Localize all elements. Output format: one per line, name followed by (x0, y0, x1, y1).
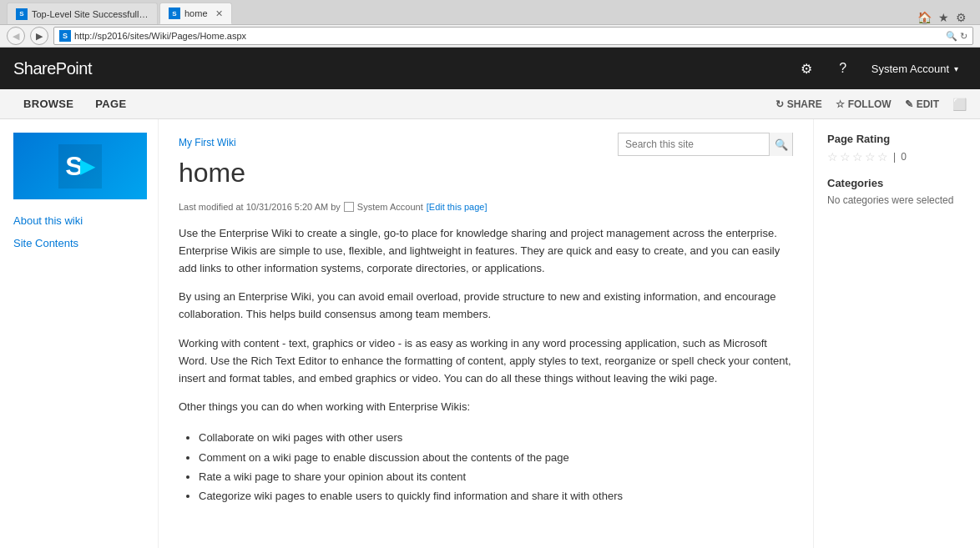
settings-icon[interactable]: ⚙ (956, 11, 967, 24)
paragraph-4: Other things you can do when working wit… (179, 399, 793, 416)
ribbon: BROWSE PAGE ↻ SHARE ☆ FOLLOW ✎ EDIT ⬜ (0, 89, 980, 119)
rating-title: Page Rating (827, 133, 967, 145)
categories-section: Categories No categories were selected (827, 177, 967, 206)
author-icon (344, 202, 354, 212)
modified-info: Last modified at 10/31/2016 5:20 AM by S… (179, 202, 793, 212)
close-icon[interactable]: ✕ (215, 8, 223, 19)
forward-button[interactable]: ▶ (30, 27, 48, 45)
tab-label-1: Top-Level Site Successfully Cre... (32, 9, 149, 19)
paragraph-2: By using an Enterprise Wiki, you can avo… (179, 289, 793, 324)
breadcrumb[interactable]: My First Wiki (179, 137, 236, 148)
list-item-1: Collaborate on wiki pages with other use… (199, 428, 793, 447)
tab-favicon-2: S (169, 8, 180, 19)
list-item-4: Categorize wiki pages to enable users to… (199, 486, 793, 505)
search-icon[interactable]: 🔍 (946, 31, 957, 42)
sharepoint-header: SharePoint ⚙ ? System Account ▾ (0, 48, 980, 89)
rating-section: Page Rating ☆ ☆ ☆ ☆ ☆ | 0 (827, 133, 967, 163)
ribbon-actions: ↻ SHARE ☆ FOLLOW ✎ EDIT ⬜ (775, 98, 967, 111)
edit-action[interactable]: ✎ EDIT (905, 98, 939, 110)
refresh-icon[interactable]: ↻ (960, 31, 967, 42)
search-box: 🔍 (618, 133, 793, 156)
main-content: S ▶ About this wiki Site Contents My Fir… (0, 119, 980, 548)
back-button[interactable]: ◀ (7, 27, 25, 45)
feature-list: Collaborate on wiki pages with other use… (199, 428, 793, 506)
home-icon[interactable]: 🏠 (917, 11, 932, 24)
share-label: SHARE (787, 98, 822, 110)
page-content: My First Wiki 🔍 home Last modified at 10… (159, 119, 813, 548)
settings-button[interactable]: ⚙ (790, 52, 823, 85)
help-button[interactable]: ? (826, 52, 860, 85)
paragraph-3: Working with content - text, graphics or… (179, 335, 793, 387)
search-input[interactable] (619, 133, 769, 155)
favorites-icon[interactable]: ★ (938, 11, 949, 24)
search-container: 🔍 (618, 133, 793, 156)
star-3[interactable]: ☆ (852, 150, 863, 163)
sidebar-item-about[interactable]: About this wiki (0, 209, 158, 232)
rating-number: 0 (901, 151, 907, 163)
edit-icon: ✎ (905, 98, 913, 110)
sharepoint-logo[interactable]: SharePoint (13, 59, 92, 78)
tab-favicon-1: S (16, 8, 28, 20)
star-2[interactable]: ☆ (840, 150, 851, 163)
user-name: System Account (871, 63, 949, 75)
chevron-down-icon: ▾ (954, 64, 958, 73)
right-panel: Page Rating ☆ ☆ ☆ ☆ ☆ | 0 Categories No … (813, 119, 980, 548)
tab-page[interactable]: PAGE (85, 91, 136, 117)
author-name: System Account (357, 202, 423, 212)
browser-chrome: S Top-Level Site Successfully Cre... S h… (0, 0, 980, 48)
address-icons: 🔍 ↻ (946, 31, 967, 42)
edit-label: EDIT (917, 98, 939, 110)
share-action[interactable]: ↻ SHARE (775, 98, 822, 110)
star-4[interactable]: ☆ (865, 150, 876, 163)
list-item-3: Rate a wiki page to share your opinion a… (199, 467, 793, 486)
categories-text: No categories were selected (827, 194, 967, 206)
modified-text: Last modified at 10/31/2016 5:20 AM by (179, 202, 341, 212)
tab-label-2: home (184, 8, 208, 18)
rating-count: | (893, 151, 896, 163)
categories-title: Categories (827, 177, 967, 189)
browser-tab-2[interactable]: S home ✕ (159, 3, 232, 24)
follow-icon: ☆ (836, 98, 845, 110)
logo-arrow-icon: ▶ (80, 154, 95, 178)
star-1[interactable]: ☆ (827, 150, 838, 163)
paragraph-1: Use the Enterprise Wiki to create a sing… (179, 225, 793, 277)
user-menu[interactable]: System Account ▾ (863, 52, 967, 85)
star-rating[interactable]: ☆ ☆ ☆ ☆ ☆ | 0 (827, 150, 967, 163)
share-icon: ↻ (775, 98, 784, 110)
ribbon-tabs: BROWSE PAGE (13, 91, 136, 117)
site-logo: S ▶ (13, 133, 147, 199)
sidebar-item-site-contents[interactable]: Site Contents (0, 232, 158, 254)
address-url: http://sp2016/sites/Wiki/Pages/Home.aspx (74, 31, 942, 41)
tab-browse[interactable]: BROWSE (13, 91, 83, 117)
follow-action[interactable]: ☆ FOLLOW (836, 98, 892, 110)
maximize-icon[interactable]: ⬜ (952, 98, 967, 111)
search-button[interactable]: 🔍 (769, 133, 792, 156)
page-title: home (179, 158, 793, 189)
address-favicon: S (59, 30, 71, 42)
header-right: ⚙ ? System Account ▾ (790, 52, 967, 85)
follow-label: FOLLOW (848, 98, 892, 110)
edit-page-link[interactable]: [Edit this page] (427, 202, 487, 212)
list-item-2: Comment on a wiki page to enable discuss… (199, 448, 793, 467)
star-5[interactable]: ☆ (877, 150, 888, 163)
address-bar[interactable]: S http://sp2016/sites/Wiki/Pages/Home.as… (53, 27, 973, 45)
sidebar: S ▶ About this wiki Site Contents (0, 119, 159, 548)
browser-tab-1[interactable]: S Top-Level Site Successfully Cre... (7, 3, 158, 24)
